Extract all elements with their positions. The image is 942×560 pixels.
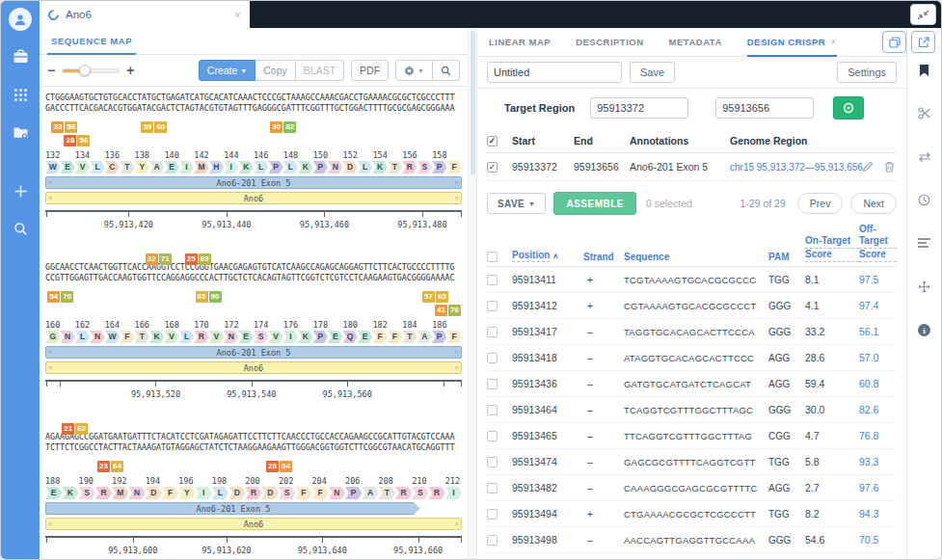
history-clock-icon[interactable] (917, 193, 932, 207)
col-sequence[interactable]: Sequence (624, 252, 768, 262)
guide-off-target-score[interactable]: 97.4 (859, 300, 897, 311)
delete-trash-icon[interactable] (884, 161, 895, 173)
edit-pencil-icon[interactable] (862, 161, 874, 173)
zoom-slider-thumb[interactable] (79, 65, 91, 76)
settings-button[interactable]: Settings (837, 62, 897, 83)
save-guides-button[interactable]: SAVE▼ (487, 193, 546, 214)
guide-score-badge[interactable]: 2854 (266, 455, 292, 472)
guide-checkbox[interactable] (487, 379, 498, 389)
guide-score-badge[interactable]: 2856 (64, 129, 90, 147)
duplicate-panel-button[interactable] (882, 31, 906, 53)
zoom-out-button[interactable]: − (47, 64, 55, 77)
guide-off-target-score[interactable]: 97.6 (859, 482, 897, 493)
genome-region-link[interactable]: chr15 95,913,372—95,913,656 (730, 162, 861, 173)
guide-score-badge[interactable]: 3082 (270, 116, 296, 133)
tab-design-crispr[interactable]: DESIGN CRISPR × (747, 29, 837, 57)
guide-off-target-score[interactable]: 97.5 (859, 274, 897, 285)
tab-description[interactable]: DESCRIPTION (576, 28, 643, 56)
amino-acid: Q (342, 331, 357, 343)
guide-score-badge[interactable]: 5960 (141, 116, 167, 133)
guide-checkbox[interactable] (487, 483, 498, 493)
briefcase-icon[interactable] (9, 45, 32, 68)
guide-off-target-score[interactable]: 82.6 (859, 404, 897, 415)
guide-checkbox[interactable] (487, 431, 498, 441)
move-crosshair-icon[interactable] (917, 280, 932, 294)
pdf-button[interactable]: PDF (351, 60, 389, 81)
tab-metadata[interactable]: METADATA (669, 28, 722, 56)
guide-checkbox[interactable] (487, 509, 498, 520)
scrollbar-thumb[interactable] (471, 31, 475, 175)
guide-off-target-score[interactable]: 94.3 (859, 508, 897, 520)
blast-button[interactable]: BLAST (296, 60, 344, 81)
col-off-target-score[interactable]: Off-TargetScore (859, 224, 897, 262)
col-strand[interactable]: Strand (583, 252, 624, 262)
guides-select-all-checkbox[interactable] (487, 252, 498, 262)
guide-off-target-score[interactable]: 60.8 (859, 378, 897, 389)
guide-score-badge[interactable]: 2364 (97, 455, 123, 472)
guide-checkbox[interactable] (487, 275, 498, 285)
search-icon[interactable] (9, 217, 32, 240)
bookmark-icon[interactable] (917, 63, 932, 77)
create-plus-icon[interactable] (9, 179, 32, 202)
col-position[interactable]: Position ∧ (512, 250, 583, 262)
find-button[interactable] (433, 60, 460, 81)
design-name-input[interactable] (487, 62, 622, 83)
col-on-target-score[interactable]: On-TargetScore (805, 235, 859, 262)
exon-annotation-bar[interactable]: Ano6-201 Exon 5 (45, 502, 420, 515)
guide-score-badge[interactable]: 5470 (47, 285, 73, 303)
tab-linear-map[interactable]: LINEAR MAP (489, 28, 551, 56)
col-pam[interactable]: PAM (768, 252, 805, 262)
collapse-window-button[interactable] (910, 4, 936, 25)
document-tab[interactable]: Ano6 × (40, 1, 250, 28)
avatar[interactable] (9, 8, 32, 31)
guide-checkbox[interactable] (487, 405, 498, 415)
create-button[interactable]: Create▼ (199, 60, 256, 81)
region-checkbox[interactable]: ✓ (487, 162, 498, 173)
alignments-icon[interactable] (917, 236, 932, 251)
target-start-input[interactable] (590, 97, 688, 119)
gene-annotation-bar[interactable]: «Ano6» (45, 518, 462, 530)
copy-button[interactable]: Copy (256, 60, 296, 81)
guide-checkbox[interactable] (487, 327, 498, 337)
apps-grid-icon[interactable] (9, 83, 32, 106)
guide-checkbox[interactable] (487, 301, 498, 311)
open-external-button[interactable] (911, 31, 935, 53)
guide-score-badge[interactable]: 2569 (185, 248, 211, 265)
projects-folder-icon[interactable] (9, 120, 32, 144)
tab-sequence-map[interactable]: SEQUENCE MAP (47, 36, 136, 55)
select-all-checkbox[interactable]: ✓ (487, 136, 498, 147)
guide-off-target-score[interactable]: 57.0 (859, 352, 897, 363)
zoom-slider[interactable] (62, 68, 120, 73)
guide-score-badge[interactable]: 4176 (435, 299, 461, 316)
guide-checkbox[interactable] (487, 457, 498, 467)
next-button[interactable]: Next (850, 193, 897, 214)
exon-annotation-bar[interactable]: «Ano6-201 Exon 5» (45, 176, 462, 189)
assemble-button[interactable]: ASSEMBLE (553, 192, 636, 215)
guide-position: 95913411 (512, 274, 583, 285)
add-target-button[interactable] (833, 96, 864, 120)
guide-score-badge[interactable]: 3271 (146, 248, 172, 265)
info-icon[interactable]: i (917, 323, 932, 337)
prev-button[interactable]: Prev (797, 193, 844, 214)
guide-off-target-score[interactable]: 76.8 (859, 430, 897, 441)
exon-annotation-bar[interactable]: «Ano6-201 Exon 5» (45, 346, 462, 359)
gear-button[interactable]: ▼ (395, 60, 433, 81)
guide-off-target-score[interactable]: 56.1 (859, 326, 897, 337)
zoom-in-button[interactable]: + (126, 64, 134, 77)
scissors-icon[interactable] (917, 106, 932, 120)
gene-annotation-bar[interactable]: «Ano6» (45, 361, 462, 374)
tab-close-icon[interactable]: × (830, 37, 836, 47)
gene-annotation-bar[interactable]: «Ano6» (45, 192, 462, 204)
guide-off-target-score[interactable]: 93.3 (859, 456, 897, 467)
guide-score-badge[interactable]: 6590 (196, 285, 222, 303)
guide-score-badge[interactable]: 2162 (62, 417, 88, 435)
guide-checkbox[interactable] (487, 535, 498, 546)
tab-close-icon[interactable]: × (233, 9, 241, 21)
vertical-scrollbar[interactable] (468, 28, 477, 559)
swap-arrows-icon[interactable] (917, 149, 932, 164)
guide-pam: GGG (768, 405, 805, 415)
guide-checkbox[interactable] (487, 353, 498, 363)
target-end-input[interactable] (715, 97, 814, 119)
guide-off-target-score[interactable]: 70.5 (859, 534, 897, 546)
save-button[interactable]: Save (630, 62, 675, 83)
